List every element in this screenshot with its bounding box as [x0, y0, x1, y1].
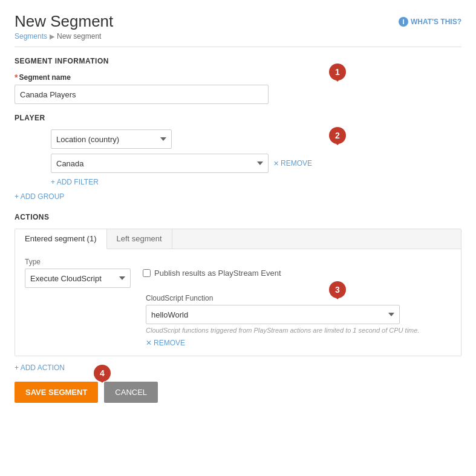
add-group-button[interactable]: + ADD GROUP — [15, 192, 64, 201]
divider-1 — [15, 47, 461, 47]
actions-section: ACTIONS Entered segment (1) Left segment… — [15, 213, 461, 372]
type-label: Type — [25, 258, 131, 266]
cloudscript-section: CloudScript Function helloWorld processP… — [25, 294, 451, 347]
action-remove-button[interactable]: ✕ REMOVE — [146, 339, 451, 347]
info-icon: i — [399, 17, 408, 27]
tooltip-4: 4 — [94, 365, 111, 382]
actions-title: ACTIONS — [15, 213, 461, 221]
player-section-title: PLAYER — [15, 114, 461, 122]
segment-name-label: * Segment name — [15, 73, 461, 82]
cloudscript-function-select[interactable]: helloWorld processPlayer — [146, 305, 400, 324]
filter-value-select[interactable]: Canada United States United Kingdom — [51, 154, 269, 173]
tabs-header: Entered segment (1) Left segment — [15, 229, 461, 249]
breadcrumb: Segments ▶ New segment — [15, 32, 461, 41]
tab-left-segment[interactable]: Left segment — [107, 229, 172, 249]
action-remove-x-icon: ✕ — [146, 339, 152, 347]
add-action-button[interactable]: + ADD ACTION — [15, 364, 65, 372]
tooltip-1: 1 — [329, 64, 346, 80]
remove-x-icon: ✕ — [273, 160, 279, 168]
publish-row: Publish results as PlayStream Event — [143, 269, 281, 278]
publish-label: Publish results as PlayStream Event — [154, 269, 281, 278]
publish-checkbox[interactable] — [143, 269, 151, 277]
segment-name-input[interactable] — [15, 85, 269, 104]
save-segment-button[interactable]: SAVE SEGMENT — [15, 382, 98, 403]
filter-value-row: Canada United States United Kingdom ✕ RE… — [51, 154, 461, 173]
cloudscript-note: CloudScript functions triggered from Pla… — [146, 327, 451, 334]
type-field: Type Execute CloudScript Ban User Send P… — [25, 258, 131, 288]
whats-this-label: WHAT'S THIS? — [411, 18, 461, 26]
required-star: * — [15, 73, 18, 82]
filter-type-select[interactable]: Location (country) Level Tag Stat — [51, 129, 172, 149]
tab-entered-segment[interactable]: Entered segment (1) — [15, 229, 107, 249]
filter-type-row: Location (country) Level Tag Stat — [51, 129, 461, 149]
page-title: New Segment — [15, 12, 461, 31]
type-select[interactable]: Execute CloudScript Ban User Send Push N… — [25, 269, 131, 288]
add-filter-button[interactable]: + ADD FILTER — [51, 178, 99, 186]
breadcrumb-current: New segment — [57, 32, 101, 41]
cloudscript-function-label: CloudScript Function — [146, 294, 451, 302]
tab-content: Type Execute CloudScript Ban User Send P… — [15, 249, 461, 356]
bottom-buttons: SAVE SEGMENT CANCEL — [15, 382, 461, 403]
player-section: PLAYER Location (country) Level Tag Stat… — [15, 114, 461, 186]
actions-tabs-container: Entered segment (1) Left segment Type Ex… — [15, 229, 461, 356]
tooltip-3: 3 — [329, 281, 346, 298]
cancel-button[interactable]: CANCEL — [104, 382, 158, 403]
segment-info-title: SEGMENT INFORMATION — [15, 57, 461, 65]
filter-remove-label: REMOVE — [281, 159, 312, 168]
tooltip-2: 2 — [329, 127, 346, 144]
whats-this-button[interactable]: i WHAT'S THIS? — [399, 17, 461, 27]
breadcrumb-separator: ▶ — [50, 33, 54, 41]
filter-remove-button[interactable]: ✕ REMOVE — [273, 159, 312, 168]
action-remove-label: REMOVE — [154, 339, 185, 347]
page-wrapper: 1 2 3 4 New Segment Segments ▶ New segme… — [0, 0, 476, 415]
breadcrumb-parent[interactable]: Segments — [15, 32, 47, 41]
segment-information-section: SEGMENT INFORMATION * Segment name — [15, 57, 461, 104]
